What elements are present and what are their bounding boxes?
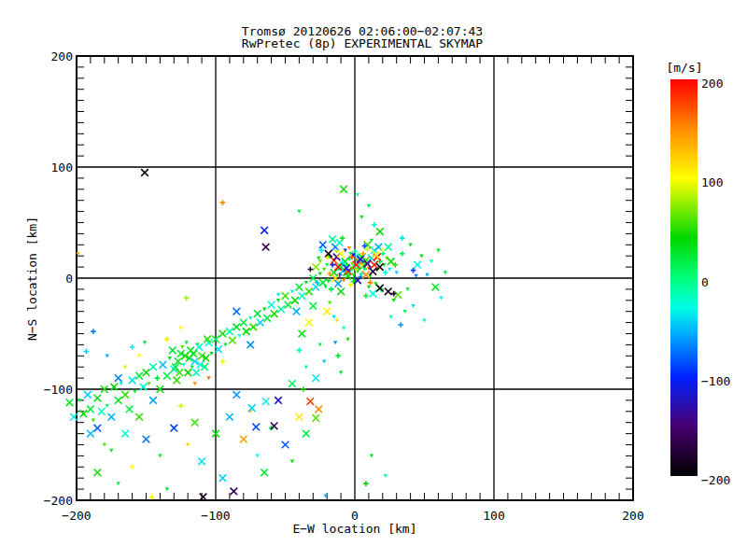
data-point-plus [308,267,314,273]
data-point-plus [84,349,90,355]
data-point-x [261,227,268,234]
data-point-plus [184,296,190,301]
data-point-dot [133,390,136,394]
data-point-x [231,488,238,496]
data-point-x [135,372,143,380]
data-point-dot [422,318,426,322]
data-point-dot [168,357,172,360]
data-point-plus [372,222,377,228]
data-point-dot [117,482,120,485]
data-point-plus [164,337,170,343]
data-point-x [261,469,268,476]
skymap-canvas [0,0,747,560]
data-point-x [385,244,392,251]
data-point-dot [180,345,184,349]
data-point-x [282,292,289,300]
data-point-dot [345,338,349,342]
data-point-dot [331,315,335,319]
data-point-dot [389,315,393,319]
data-point-plus [301,386,306,392]
data-point-dot [405,287,409,291]
data-point-x [263,315,271,322]
data-point-x [94,425,102,432]
data-point-x [254,310,261,317]
data-point-dot [439,297,443,301]
data-point-dot [318,272,322,275]
data-point-x [247,342,254,349]
data-point-plus [363,293,369,299]
x-axis-title: E−W location [km] [77,522,633,536]
y-tick-label: 100 [35,161,73,175]
data-point-x [107,413,115,421]
data-point-x [195,343,203,351]
data-point-dot [119,382,122,385]
x-tick-label: −100 [201,509,230,523]
data-point-plus [400,251,405,257]
data-point-dot [248,316,252,320]
data-point-dot [297,210,301,214]
data-point-x [191,419,199,427]
data-point-dot [388,268,391,272]
data-point-dot [322,268,326,272]
data-point-x [233,391,241,399]
data-point-plus [155,375,161,381]
data-point-dot [395,271,399,274]
data-point-x [135,413,143,421]
data-point-plus [368,280,374,286]
data-point-dot [317,257,320,260]
data-point-x [226,328,233,335]
x-tick-label: 0 [351,509,359,523]
data-point-x [329,236,336,244]
data-point-dot [137,355,141,358]
data-point-x [98,408,106,415]
data-point-x [141,169,148,176]
data-point-x [84,391,92,399]
data-point-x [115,374,122,382]
data-point-x [143,436,150,443]
y-tick-label: 0 [35,272,73,286]
data-point-x [312,263,319,271]
data-point-x [289,380,296,387]
data-point-plus [400,235,405,241]
data-point-dot [123,365,127,369]
data-point-x [252,424,260,431]
data-point-plus [340,235,345,241]
data-point-x [229,337,236,344]
data-point-dot [408,244,412,247]
data-point-plus [329,287,334,292]
data-point-plus [398,322,403,328]
data-point-dot [334,318,338,322]
colorbar [670,79,698,476]
data-point-dot [304,365,308,369]
data-point-x [388,258,395,265]
data-point-x [315,406,322,413]
data-point-dot [322,359,326,363]
data-point-x [249,324,257,331]
data-point-dot [276,299,280,302]
data-point-dot [92,419,95,423]
data-point-x [305,287,313,295]
data-point-dot [147,382,150,385]
data-point-dot [356,193,359,197]
data-point-dot [402,310,406,314]
data-point-dot [367,286,371,289]
data-point-x [303,430,310,438]
data-point-x [285,301,292,309]
data-point-dot [318,259,322,263]
data-point-plus [348,282,354,287]
data-point-dot [165,487,169,491]
data-point-dot [414,274,417,278]
data-point-x [293,308,301,315]
data-point-x [376,228,384,235]
data-point-x [312,284,319,291]
data-point-dot [342,279,345,283]
data-point-x [115,397,122,404]
data-point-x [337,250,345,258]
data-point-x [312,414,319,422]
data-point-plus [220,358,226,364]
data-point-x [243,328,250,335]
data-point-plus [130,465,135,470]
data-point-x [198,458,205,466]
y-tick-label: 200 [35,49,73,63]
data-point-x [121,391,129,399]
